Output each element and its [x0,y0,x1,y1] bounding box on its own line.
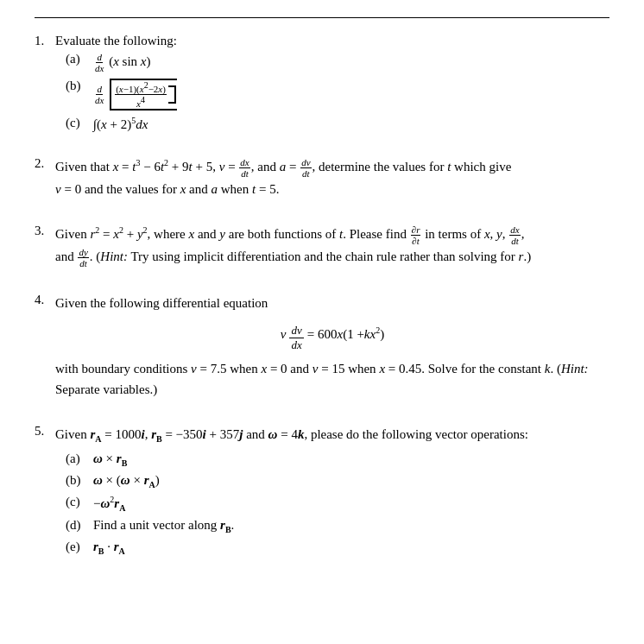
problem-3-text: Given r2 = x2 + y2, where x and y are bo… [55,224,531,268]
problem-1: 1. Evaluate the following: (a) d dx (x s… [35,34,609,132]
problem-4: 4. Given the following differential equa… [35,293,609,400]
problem-1b-label: (b) [66,79,90,93]
problem-5b-content: ω × (ω × rA) [93,473,160,489]
problem-5a-content: ω × rB [93,451,127,468]
problem-2-body: 2. Given that x = t3 − 6t2 + 9t + 5, v =… [35,156,609,199]
problem-1b: (b) d dx (x−1)(x2−2x) x4 [66,79,609,110]
problem-5c-label: (c) [66,495,90,509]
problem-4-equation: v dv dx = 600x(1 + kx2) [55,324,609,351]
problem-1b-content: d dx (x−1)(x2−2x) x4 [93,79,178,110]
problem-5-header: 5. Given rA = 1000i, rB = −350i + 357j a… [35,424,609,446]
problem-3-body: 3. Given r2 = x2 + y2, where x and y are… [35,224,609,268]
problem-5b-label: (b) [66,473,90,488]
problem-5d: (d) Find a unit vector along rB. [66,518,609,534]
problem-1-label: Evaluate the following: [55,34,177,48]
problem-5d-label: (d) [66,518,90,533]
problem-4-number: 4. [35,293,50,307]
problem-1c-content: ∫(x + 2)5dx [93,116,148,132]
problem-5c: (c) −ω2rA [66,495,609,513]
problem-1c: (c) ∫(x + 2)5dx [66,116,609,132]
problem-5a: (a) ω × rB [66,451,609,468]
problem-5-number: 5. [35,424,50,439]
problem-2: 2. Given that x = t3 − 6t2 + 9t + 5, v =… [35,156,609,199]
problem-4-text: Given the following differential equatio… [55,293,609,400]
problem-2-text: Given that x = t3 − 6t2 + 9t + 5, v = dx… [55,156,511,199]
problem-1-number: 1. [35,34,50,48]
problem-3-number: 3. [35,224,50,238]
problem-5e: (e) rB · rA [66,540,609,556]
problem-5b: (b) ω × (ω × rA) [66,473,609,489]
problem-1a-content: d dx (x sin x) [93,52,151,73]
problem-1c-label: (c) [66,116,90,130]
problem-5a-label: (a) [66,451,90,466]
problem-5-text: Given rA = 1000i, rB = −350i + 357j and … [55,424,528,446]
problem-2-number: 2. [35,156,50,171]
problem-5e-label: (e) [66,540,90,554]
problem-1a-label: (a) [66,52,90,66]
problem-5e-content: rB · rA [93,540,125,556]
problem-5d-content: Find a unit vector along rB. [93,518,234,534]
problem-5c-content: −ω2rA [93,495,125,513]
problem-4-body: 4. Given the following differential equa… [35,293,609,400]
problem-3: 3. Given r2 = x2 + y2, where x and y are… [35,224,609,268]
problem-1a: (a) d dx (x sin x) [66,52,609,73]
problem-5: 5. Given rA = 1000i, rB = −350i + 357j a… [35,424,609,556]
